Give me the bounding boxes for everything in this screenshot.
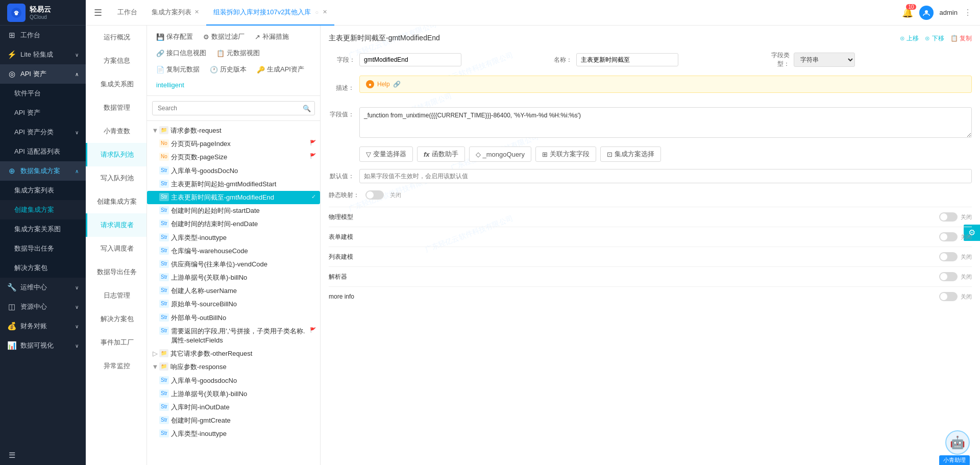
sidebar-item-api[interactable]: ◎ API 资产 ∧ (0, 64, 86, 84)
history-button[interactable]: 🕐 历史版本 (206, 62, 251, 77)
help-link[interactable]: 🔗 (393, 81, 401, 88)
page-size-label: 分页页数-pageSize (171, 153, 309, 162)
nav-plan-info[interactable]: 方案信息 (86, 49, 146, 72)
sidebar-item-ops[interactable]: 🔧 运维中心 ∨ (0, 278, 86, 297)
intelligent-button[interactable]: intelligent (152, 79, 188, 91)
sidebar-item-bottom-menu[interactable]: ☰ (0, 446, 86, 465)
related-field-button[interactable]: ⊞ 关联方案字段 (535, 146, 596, 162)
tree-item-gmt-modified-end[interactable]: Str 主表更新时间截至-gmtModifiedEnd ✓ (147, 191, 320, 204)
field-value-input[interactable] (359, 53, 461, 66)
assistant-label[interactable]: 小青助理 (939, 455, 970, 465)
sidebar-item-api-asset[interactable]: API 资产 (0, 103, 86, 123)
mongo-query-button[interactable]: ◇ _mongoQuery (469, 146, 531, 162)
interface-view-button[interactable]: 🔗 接口信息视图 (152, 46, 210, 60)
save-config-button[interactable]: 💾 保存配置 (152, 30, 197, 44)
default-value-input[interactable] (359, 169, 972, 183)
assistant-button[interactable]: 🤖 (945, 430, 970, 455)
tree-item-page-index[interactable]: Nо 分页页码-pageIndex 🚩 (147, 137, 320, 151)
gen-api-button[interactable]: 🔑 生成API资产 (253, 62, 308, 77)
tab-current-close[interactable]: ✕ (323, 9, 327, 15)
tree-item-end-date[interactable]: Str 创建时间的结束时间-endDate (147, 217, 320, 231)
hamburger-icon[interactable]: ☰ (94, 7, 102, 18)
field-type-select[interactable]: 字符串 数字 布尔 (794, 53, 855, 67)
nav-overview[interactable]: 运行概况 (86, 26, 146, 49)
sidebar-item-resources[interactable]: ◫ 资源中心 ∨ (0, 297, 86, 316)
nav-event-factory[interactable]: 事件加工厂 (86, 331, 146, 354)
tree-item-goods-doc-no[interactable]: Str 入库单号-goodsDocNo (147, 164, 320, 178)
tree-item-gmt-modified-start[interactable]: Str 主表更新时间起始-gmtModifiedStart (147, 178, 320, 191)
action-copy[interactable]: 📋 复制 (950, 34, 972, 43)
clone-data-button[interactable]: 📄 复制元数据 (152, 62, 204, 77)
tree-item-in-out-date[interactable]: Str 入库时间-inOutDate (147, 401, 320, 414)
sidebar-item-api-adapter[interactable]: API 适配器列表 (0, 142, 86, 161)
sidebar-item-software[interactable]: 软件平台 (0, 84, 86, 103)
sidebar-item-lite[interactable]: ⚡ Lite 轻集成 ∨ (0, 45, 86, 64)
page-index-label: 分页页码-pageIndex (171, 139, 309, 149)
tree-item-bill-no[interactable]: Str 上游单据号(关联单)-billNo (147, 271, 320, 284)
nav-log-mgmt[interactable]: 日志管理 (86, 284, 146, 307)
form-build-toggle[interactable] (939, 232, 958, 241)
tab-integration-list-close[interactable]: ✕ (194, 9, 199, 15)
nav-write-queue[interactable]: 写入队列池 (86, 166, 146, 190)
tab-current[interactable]: 组装拆卸入库对接107v2其他入库 ○ ✕ (206, 0, 334, 26)
tree-item-page-size[interactable]: Nо 分页页数-pageSize 🚩 (147, 151, 320, 164)
sidebar-item-api-category[interactable]: API 资产分类 ∨ (0, 123, 86, 142)
integration-select-button[interactable]: ⊡ 集成方案选择 (600, 146, 661, 162)
tree-item-warehouse-code[interactable]: Str 仓库编号-warehouseCode (147, 244, 320, 258)
action-up[interactable]: ⊙ 上移 (900, 34, 919, 43)
more-info-toggle[interactable] (939, 292, 958, 301)
nav-data-mgmt[interactable]: 数据管理 (86, 96, 146, 119)
nav-anomaly-monitor[interactable]: 异常监控 (86, 354, 146, 378)
nav-write-debug[interactable]: 写入调度者 (86, 237, 146, 260)
remedy-button[interactable]: ↗ 补漏措施 (251, 30, 293, 44)
tree-item-source-bill-no[interactable]: Str 原始单号-sourceBillNo (147, 298, 320, 311)
more-icon[interactable]: ⋮ (964, 8, 972, 17)
list-build-toggle[interactable] (939, 252, 958, 261)
static-map-toggle[interactable] (365, 190, 384, 200)
search-input[interactable] (152, 101, 315, 115)
sidebar-item-data-export[interactable]: 数据导出任务 (0, 239, 86, 258)
tree-item-vend-code[interactable]: Str 供应商编号(往来单位)-vendCode (147, 258, 320, 271)
tree-item-req-params[interactable]: ▼ 📁 请求参数-request (147, 124, 320, 137)
tree-item-out-bill-no[interactable]: Str 外部单号-outBillNo (147, 311, 320, 325)
nav-request-debug[interactable]: 请求调度者 (86, 213, 146, 237)
var-selector-button[interactable]: ▽ 变量选择器 (359, 146, 413, 162)
tree-item-gmt-create[interactable]: Str 创建时间-gmtCreate (147, 414, 320, 427)
notification-badge[interactable]: 🔔 10 (902, 7, 913, 18)
action-down[interactable]: ⊙ 下移 (925, 34, 944, 43)
sidebar-item-resolve-pkg[interactable]: 解决方案包 (0, 258, 86, 278)
parser-toggle[interactable] (939, 272, 958, 281)
tree-item-select-fields[interactable]: Str 需要返回的字段,用','号拼接，子类用子类名称.属性-selelctFi… (147, 325, 320, 347)
tree-item-inout-type[interactable]: Str 入库类型-inouttype (147, 231, 320, 244)
tab-integration-list[interactable]: 集成方案列表 ✕ (144, 0, 206, 26)
tree-item-inout-type-res[interactable]: Str 入库类型-inouttype (147, 427, 320, 440)
sidebar-item-integration-list[interactable]: 集成方案列表 (0, 181, 86, 200)
physical-model-label: 物理模型 (329, 213, 353, 222)
func-helper-button[interactable]: fx 函数助手 (417, 146, 465, 162)
nav-resolve-pkg[interactable]: 解决方案包 (86, 307, 146, 331)
field-value-textarea[interactable]: _function from_unixtime({{{CURRENT_TIME}… (359, 107, 972, 138)
tree-item-response-params[interactable]: ▼ 📁 响应参数-response (147, 360, 320, 374)
nav-xiao-qing[interactable]: 小青查数 (86, 119, 146, 143)
meta-view-button[interactable]: 📋 元数据视图 (212, 46, 264, 60)
nav-request-queue[interactable]: 请求队列池 (86, 143, 146, 166)
data-filter-button[interactable]: ⚙ 数据过滤厂 (199, 30, 249, 44)
sidebar-item-data-viz[interactable]: 📊 数据可视化 ∨ (0, 336, 86, 355)
sidebar-item-workbench[interactable]: ⊞ 工作台 (0, 26, 86, 45)
nav-integration-map[interactable]: 集成关系图 (86, 72, 146, 96)
physical-model-toggle[interactable] (939, 212, 958, 222)
sidebar-item-data-integration[interactable]: ⊕ 数据集成方案 ∧ (0, 161, 86, 181)
nav-data-export[interactable]: 数据导出任务 (86, 260, 146, 284)
tree-item-bill-no-res[interactable]: Str 上游单据号(关联单)-billNo (147, 387, 320, 401)
field-name-input[interactable] (576, 53, 678, 66)
sidebar-item-finance[interactable]: 💰 财务对账 ∨ (0, 316, 86, 336)
tree-item-other-request[interactable]: ▷ 📁 其它请求参数-otherRequest (147, 347, 320, 360)
tree-item-goods-doc-no-res[interactable]: Str 入库单号-goodsdocNo (147, 374, 320, 387)
tree-item-start-date[interactable]: Str 创建时间的起始时间-startDate (147, 204, 320, 217)
field-info-row: 字段： 名称： 字段类型： 字符串 数字 布尔 (329, 51, 972, 68)
sidebar-item-integration-map[interactable]: 集成方案关系图 (0, 219, 86, 239)
nav-create-integration[interactable]: 创建集成方案 (86, 190, 146, 213)
tree-item-user-name[interactable]: Str 创建人名称-userName (147, 284, 320, 298)
tab-workbench[interactable]: 工作台 (110, 0, 144, 26)
sidebar-item-create-integration[interactable]: 创建集成方案 (0, 200, 86, 219)
